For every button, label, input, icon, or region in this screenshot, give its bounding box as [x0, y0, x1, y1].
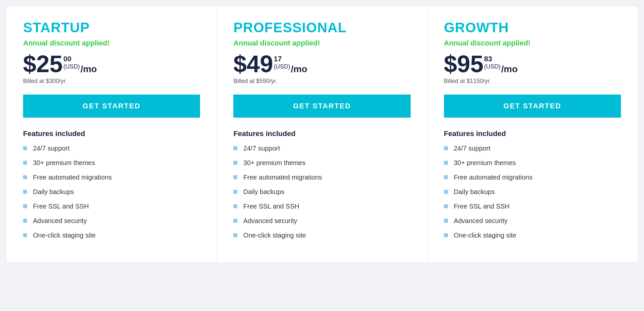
- price-currency-startup: (USD): [63, 63, 80, 71]
- feature-bullet-professional-0: [233, 146, 237, 150]
- pricing-card-startup: STARTUP Annual discount applied! $25 00 …: [7, 7, 217, 262]
- feature-item-startup-2: Free automated migrations: [23, 173, 200, 182]
- billed-text-professional: Billed at $590/yr.: [233, 78, 410, 85]
- price-currency-professional: (USD): [274, 63, 290, 71]
- feature-label-professional-5: Advanced security: [243, 216, 297, 225]
- price-cents-block-professional: 17 (USD): [274, 52, 290, 71]
- feature-item-growth-4: Free SSL and SSH: [444, 202, 621, 211]
- feature-item-growth-0: 24/7 support: [444, 144, 621, 153]
- feature-label-startup-5: Advanced security: [33, 216, 87, 225]
- price-cents-startup: 00: [63, 55, 80, 63]
- features-heading-startup: Features included: [23, 129, 200, 138]
- price-row-startup: $25 00 (USD) /mo: [23, 52, 200, 76]
- feature-label-startup-4: Free SSL and SSH: [33, 202, 89, 211]
- annual-discount-growth: Annual discount applied!: [444, 39, 621, 47]
- features-heading-professional: Features included: [233, 129, 410, 138]
- pricing-card-growth: GROWTH Annual discount applied! $95 83 (…: [427, 7, 637, 262]
- feature-label-professional-6: One-click staging site: [243, 231, 306, 240]
- features-list-growth: 24/7 support 30+ premium themes Free aut…: [444, 144, 621, 240]
- price-dollar-growth: $95: [444, 52, 483, 76]
- feature-bullet-professional-2: [233, 175, 237, 179]
- feature-bullet-growth-3: [444, 190, 448, 194]
- feature-item-professional-4: Free SSL and SSH: [233, 202, 410, 211]
- feature-label-growth-0: 24/7 support: [454, 144, 490, 153]
- feature-bullet-startup-1: [23, 161, 27, 165]
- plan-name-growth: GROWTH: [444, 20, 621, 36]
- price-row-growth: $95 83 (USD) /mo: [444, 52, 621, 76]
- billed-text-growth: Billed at $1150/yr.: [444, 78, 621, 85]
- price-dollar-professional: $49: [233, 52, 273, 76]
- feature-label-startup-0: 24/7 support: [33, 144, 70, 153]
- price-currency-growth: (USD): [484, 63, 501, 71]
- plan-name-professional: PROFESSIONAL: [233, 20, 410, 36]
- feature-bullet-growth-4: [444, 204, 448, 208]
- feature-bullet-professional-1: [233, 161, 237, 165]
- feature-label-professional-0: 24/7 support: [243, 144, 280, 153]
- price-cents-block-growth: 83 (USD): [484, 52, 501, 71]
- feature-item-startup-5: Advanced security: [23, 216, 200, 225]
- feature-bullet-growth-0: [444, 146, 448, 150]
- feature-bullet-growth-2: [444, 175, 448, 179]
- annual-discount-startup: Annual discount applied!: [23, 39, 200, 47]
- feature-bullet-professional-4: [233, 204, 237, 208]
- feature-bullet-professional-6: [233, 233, 237, 237]
- feature-bullet-growth-6: [444, 233, 448, 237]
- feature-item-professional-3: Daily backups: [233, 187, 410, 196]
- feature-item-startup-4: Free SSL and SSH: [23, 202, 200, 211]
- feature-bullet-startup-4: [23, 204, 27, 208]
- feature-label-professional-1: 30+ premium themes: [243, 158, 305, 167]
- feature-label-professional-4: Free SSL and SSH: [243, 202, 299, 211]
- feature-label-growth-3: Daily backups: [454, 187, 495, 196]
- feature-item-growth-6: One-click staging site: [444, 231, 621, 240]
- price-cents-block-startup: 00 (USD): [63, 52, 80, 71]
- plan-name-startup: STARTUP: [23, 20, 200, 36]
- price-period-startup: /mo: [80, 64, 97, 76]
- feature-bullet-startup-2: [23, 175, 27, 179]
- feature-label-growth-1: 30+ premium themes: [454, 158, 516, 167]
- billed-text-startup: Billed at $300/yr.: [23, 78, 200, 85]
- feature-item-growth-2: Free automated migrations: [444, 173, 621, 182]
- feature-item-startup-6: One-click staging site: [23, 231, 200, 240]
- price-period-professional: /mo: [291, 64, 307, 76]
- feature-bullet-growth-1: [444, 161, 448, 165]
- feature-item-startup-0: 24/7 support: [23, 144, 200, 153]
- feature-bullet-startup-3: [23, 190, 27, 194]
- get-started-button-startup[interactable]: GET STARTED: [23, 95, 200, 118]
- price-cents-professional: 17: [274, 55, 290, 63]
- feature-bullet-professional-3: [233, 190, 237, 194]
- feature-item-professional-6: One-click staging site: [233, 231, 410, 240]
- feature-item-growth-1: 30+ premium themes: [444, 158, 621, 167]
- price-cents-growth: 83: [484, 55, 501, 63]
- feature-item-growth-3: Daily backups: [444, 187, 621, 196]
- feature-label-startup-6: One-click staging site: [33, 231, 96, 240]
- feature-label-growth-4: Free SSL and SSH: [454, 202, 510, 211]
- price-period-growth: /mo: [501, 64, 518, 76]
- feature-label-startup-2: Free automated migrations: [33, 173, 112, 182]
- get-started-button-professional[interactable]: GET STARTED: [233, 95, 410, 118]
- pricing-container: STARTUP Annual discount applied! $25 00 …: [7, 7, 637, 262]
- feature-bullet-professional-5: [233, 219, 237, 223]
- feature-item-professional-2: Free automated migrations: [233, 173, 410, 182]
- feature-item-professional-5: Advanced security: [233, 216, 410, 225]
- get-started-button-growth[interactable]: GET STARTED: [444, 95, 621, 118]
- features-heading-growth: Features included: [444, 129, 621, 138]
- annual-discount-professional: Annual discount applied!: [233, 39, 410, 47]
- feature-label-growth-6: One-click staging site: [454, 231, 516, 240]
- pricing-card-professional: PROFESSIONAL Annual discount applied! $4…: [217, 7, 427, 262]
- features-list-startup: 24/7 support 30+ premium themes Free aut…: [23, 144, 200, 240]
- feature-item-startup-3: Daily backups: [23, 187, 200, 196]
- feature-bullet-startup-6: [23, 233, 27, 237]
- price-dollar-startup: $25: [23, 52, 63, 76]
- feature-label-startup-3: Daily backups: [33, 187, 74, 196]
- feature-bullet-growth-5: [444, 219, 448, 223]
- price-row-professional: $49 17 (USD) /mo: [233, 52, 410, 76]
- features-list-professional: 24/7 support 30+ premium themes Free aut…: [233, 144, 410, 240]
- feature-label-professional-3: Daily backups: [243, 187, 284, 196]
- feature-bullet-startup-0: [23, 146, 27, 150]
- feature-item-professional-1: 30+ premium themes: [233, 158, 410, 167]
- feature-item-growth-5: Advanced security: [444, 216, 621, 225]
- feature-label-startup-1: 30+ premium themes: [33, 158, 95, 167]
- feature-item-professional-0: 24/7 support: [233, 144, 410, 153]
- feature-label-professional-2: Free automated migrations: [243, 173, 322, 182]
- feature-bullet-startup-5: [23, 219, 27, 223]
